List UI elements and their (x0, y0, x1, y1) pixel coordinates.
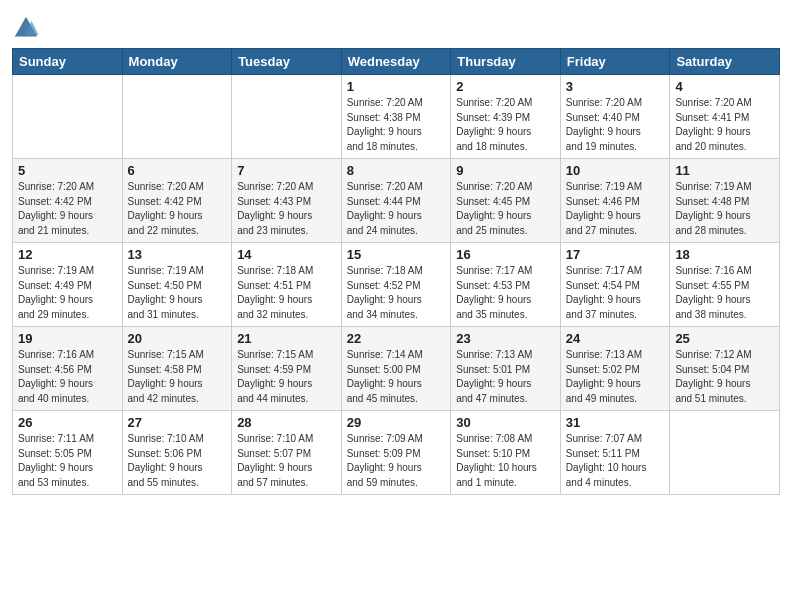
calendar-empty-cell (13, 75, 123, 159)
weekday-header-thursday: Thursday (451, 49, 561, 75)
day-info: Sunrise: 7:19 AM Sunset: 4:48 PM Dayligh… (675, 180, 774, 238)
day-number: 6 (128, 163, 227, 178)
day-info: Sunrise: 7:20 AM Sunset: 4:42 PM Dayligh… (128, 180, 227, 238)
calendar-day-20: 20Sunrise: 7:15 AM Sunset: 4:58 PM Dayli… (122, 327, 232, 411)
day-number: 16 (456, 247, 555, 262)
calendar-day-1: 1Sunrise: 7:20 AM Sunset: 4:38 PM Daylig… (341, 75, 451, 159)
day-info: Sunrise: 7:20 AM Sunset: 4:41 PM Dayligh… (675, 96, 774, 154)
day-number: 8 (347, 163, 446, 178)
logo-icon (12, 14, 40, 42)
day-info: Sunrise: 7:14 AM Sunset: 5:00 PM Dayligh… (347, 348, 446, 406)
calendar-week-row: 5Sunrise: 7:20 AM Sunset: 4:42 PM Daylig… (13, 159, 780, 243)
day-number: 12 (18, 247, 117, 262)
day-info: Sunrise: 7:08 AM Sunset: 5:10 PM Dayligh… (456, 432, 555, 490)
calendar-day-21: 21Sunrise: 7:15 AM Sunset: 4:59 PM Dayli… (232, 327, 342, 411)
day-number: 13 (128, 247, 227, 262)
day-number: 30 (456, 415, 555, 430)
day-number: 15 (347, 247, 446, 262)
day-info: Sunrise: 7:19 AM Sunset: 4:49 PM Dayligh… (18, 264, 117, 322)
day-info: Sunrise: 7:09 AM Sunset: 5:09 PM Dayligh… (347, 432, 446, 490)
weekday-header-saturday: Saturday (670, 49, 780, 75)
day-info: Sunrise: 7:15 AM Sunset: 4:59 PM Dayligh… (237, 348, 336, 406)
page-container: SundayMondayTuesdayWednesdayThursdayFrid… (0, 0, 792, 503)
calendar-day-18: 18Sunrise: 7:16 AM Sunset: 4:55 PM Dayli… (670, 243, 780, 327)
calendar-day-3: 3Sunrise: 7:20 AM Sunset: 4:40 PM Daylig… (560, 75, 670, 159)
day-info: Sunrise: 7:15 AM Sunset: 4:58 PM Dayligh… (128, 348, 227, 406)
weekday-header-friday: Friday (560, 49, 670, 75)
calendar-day-24: 24Sunrise: 7:13 AM Sunset: 5:02 PM Dayli… (560, 327, 670, 411)
calendar-week-row: 19Sunrise: 7:16 AM Sunset: 4:56 PM Dayli… (13, 327, 780, 411)
calendar-day-8: 8Sunrise: 7:20 AM Sunset: 4:44 PM Daylig… (341, 159, 451, 243)
day-info: Sunrise: 7:13 AM Sunset: 5:02 PM Dayligh… (566, 348, 665, 406)
calendar-day-12: 12Sunrise: 7:19 AM Sunset: 4:49 PM Dayli… (13, 243, 123, 327)
day-number: 23 (456, 331, 555, 346)
day-number: 28 (237, 415, 336, 430)
calendar-header-row: SundayMondayTuesdayWednesdayThursdayFrid… (13, 49, 780, 75)
calendar-day-26: 26Sunrise: 7:11 AM Sunset: 5:05 PM Dayli… (13, 411, 123, 495)
day-info: Sunrise: 7:10 AM Sunset: 5:07 PM Dayligh… (237, 432, 336, 490)
calendar-day-22: 22Sunrise: 7:14 AM Sunset: 5:00 PM Dayli… (341, 327, 451, 411)
day-number: 29 (347, 415, 446, 430)
calendar-day-28: 28Sunrise: 7:10 AM Sunset: 5:07 PM Dayli… (232, 411, 342, 495)
day-info: Sunrise: 7:17 AM Sunset: 4:53 PM Dayligh… (456, 264, 555, 322)
day-info: Sunrise: 7:19 AM Sunset: 4:46 PM Dayligh… (566, 180, 665, 238)
calendar-day-25: 25Sunrise: 7:12 AM Sunset: 5:04 PM Dayli… (670, 327, 780, 411)
day-info: Sunrise: 7:20 AM Sunset: 4:45 PM Dayligh… (456, 180, 555, 238)
day-number: 9 (456, 163, 555, 178)
day-info: Sunrise: 7:18 AM Sunset: 4:51 PM Dayligh… (237, 264, 336, 322)
calendar-day-19: 19Sunrise: 7:16 AM Sunset: 4:56 PM Dayli… (13, 327, 123, 411)
day-info: Sunrise: 7:11 AM Sunset: 5:05 PM Dayligh… (18, 432, 117, 490)
day-info: Sunrise: 7:20 AM Sunset: 4:44 PM Dayligh… (347, 180, 446, 238)
day-number: 24 (566, 331, 665, 346)
day-info: Sunrise: 7:18 AM Sunset: 4:52 PM Dayligh… (347, 264, 446, 322)
calendar-empty-cell (232, 75, 342, 159)
calendar-day-16: 16Sunrise: 7:17 AM Sunset: 4:53 PM Dayli… (451, 243, 561, 327)
day-info: Sunrise: 7:20 AM Sunset: 4:40 PM Dayligh… (566, 96, 665, 154)
calendar-day-5: 5Sunrise: 7:20 AM Sunset: 4:42 PM Daylig… (13, 159, 123, 243)
calendar-day-14: 14Sunrise: 7:18 AM Sunset: 4:51 PM Dayli… (232, 243, 342, 327)
day-info: Sunrise: 7:20 AM Sunset: 4:39 PM Dayligh… (456, 96, 555, 154)
calendar-day-31: 31Sunrise: 7:07 AM Sunset: 5:11 PM Dayli… (560, 411, 670, 495)
day-info: Sunrise: 7:07 AM Sunset: 5:11 PM Dayligh… (566, 432, 665, 490)
day-number: 11 (675, 163, 774, 178)
calendar-day-11: 11Sunrise: 7:19 AM Sunset: 4:48 PM Dayli… (670, 159, 780, 243)
day-number: 17 (566, 247, 665, 262)
day-number: 1 (347, 79, 446, 94)
calendar-empty-cell (122, 75, 232, 159)
calendar-day-27: 27Sunrise: 7:10 AM Sunset: 5:06 PM Dayli… (122, 411, 232, 495)
calendar-day-13: 13Sunrise: 7:19 AM Sunset: 4:50 PM Dayli… (122, 243, 232, 327)
day-number: 20 (128, 331, 227, 346)
day-info: Sunrise: 7:20 AM Sunset: 4:43 PM Dayligh… (237, 180, 336, 238)
day-number: 3 (566, 79, 665, 94)
weekday-header-sunday: Sunday (13, 49, 123, 75)
day-number: 22 (347, 331, 446, 346)
header (12, 10, 780, 42)
day-info: Sunrise: 7:10 AM Sunset: 5:06 PM Dayligh… (128, 432, 227, 490)
day-number: 14 (237, 247, 336, 262)
weekday-header-wednesday: Wednesday (341, 49, 451, 75)
day-number: 2 (456, 79, 555, 94)
day-number: 5 (18, 163, 117, 178)
day-number: 27 (128, 415, 227, 430)
day-number: 7 (237, 163, 336, 178)
day-number: 26 (18, 415, 117, 430)
calendar-day-15: 15Sunrise: 7:18 AM Sunset: 4:52 PM Dayli… (341, 243, 451, 327)
calendar-day-23: 23Sunrise: 7:13 AM Sunset: 5:01 PM Dayli… (451, 327, 561, 411)
day-number: 18 (675, 247, 774, 262)
day-number: 19 (18, 331, 117, 346)
calendar-empty-cell (670, 411, 780, 495)
day-info: Sunrise: 7:16 AM Sunset: 4:56 PM Dayligh… (18, 348, 117, 406)
day-info: Sunrise: 7:16 AM Sunset: 4:55 PM Dayligh… (675, 264, 774, 322)
day-info: Sunrise: 7:13 AM Sunset: 5:01 PM Dayligh… (456, 348, 555, 406)
calendar-week-row: 26Sunrise: 7:11 AM Sunset: 5:05 PM Dayli… (13, 411, 780, 495)
calendar-week-row: 12Sunrise: 7:19 AM Sunset: 4:49 PM Dayli… (13, 243, 780, 327)
day-info: Sunrise: 7:20 AM Sunset: 4:42 PM Dayligh… (18, 180, 117, 238)
calendar-day-17: 17Sunrise: 7:17 AM Sunset: 4:54 PM Dayli… (560, 243, 670, 327)
day-number: 31 (566, 415, 665, 430)
calendar-day-6: 6Sunrise: 7:20 AM Sunset: 4:42 PM Daylig… (122, 159, 232, 243)
logo (12, 14, 44, 42)
calendar-day-7: 7Sunrise: 7:20 AM Sunset: 4:43 PM Daylig… (232, 159, 342, 243)
day-info: Sunrise: 7:19 AM Sunset: 4:50 PM Dayligh… (128, 264, 227, 322)
weekday-header-tuesday: Tuesday (232, 49, 342, 75)
calendar-day-4: 4Sunrise: 7:20 AM Sunset: 4:41 PM Daylig… (670, 75, 780, 159)
